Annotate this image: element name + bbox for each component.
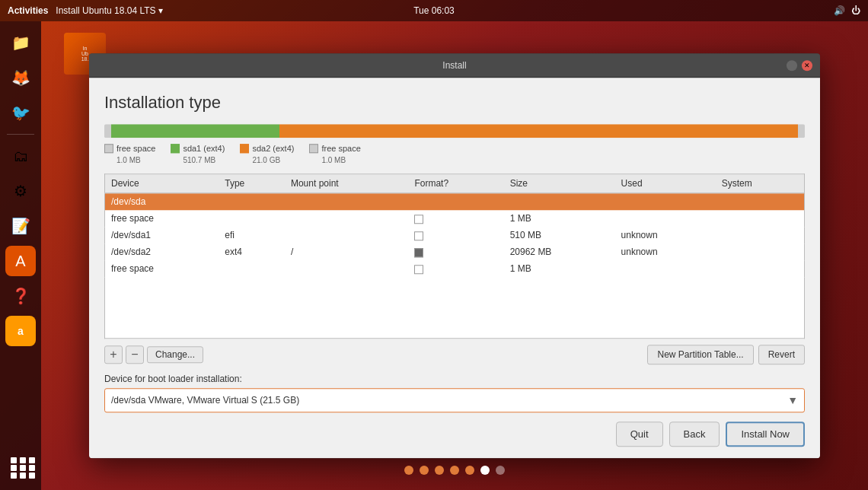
- cell-used: unknown: [615, 243, 716, 260]
- legend-sub-free2: 1.0 MB: [321, 156, 346, 164]
- table-row[interactable]: free space 1 MB: [105, 210, 805, 227]
- cell-size: 1 MB: [504, 210, 615, 227]
- sidebar-bottom: [5, 452, 36, 482]
- progress-dot-6: [480, 466, 490, 475]
- cell-mount: [285, 227, 408, 243]
- cell-size: 510 MB: [504, 227, 615, 243]
- cell-device: /dev/sda1: [105, 227, 219, 243]
- format-checkbox[interactable]: [414, 248, 423, 257]
- change-button[interactable]: Change...: [147, 346, 203, 363]
- table-row[interactable]: free space 1 MB: [105, 260, 805, 277]
- topbar-window-title[interactable]: Install Ubuntu 18.04 LTS ▾: [56, 5, 163, 16]
- col-format: Format?: [408, 174, 503, 193]
- page-title: Installation type: [104, 93, 805, 113]
- cell-format: [408, 227, 503, 243]
- progress-dot-1: [404, 466, 413, 475]
- format-checkbox[interactable]: [414, 231, 423, 240]
- nav-buttons: Quit Back Install Now: [104, 422, 805, 447]
- cell-mount: [285, 210, 408, 227]
- table-actions: + − Change... New Partition Table... Rev…: [104, 345, 805, 364]
- legend-free-left: free space 1.0 MB: [104, 144, 155, 164]
- legend-free-right: free space 1.0 MB: [309, 144, 360, 164]
- cell-mount: [285, 193, 408, 211]
- sidebar-icon-files2[interactable]: 🗂: [5, 141, 36, 171]
- col-used: Used: [615, 174, 716, 193]
- cell-format: [408, 260, 503, 277]
- install-now-button[interactable]: Install Now: [726, 422, 805, 447]
- col-system: System: [716, 174, 805, 193]
- minimize-button[interactable]: [787, 60, 797, 71]
- cell-format: [408, 193, 503, 211]
- sidebar-divider: [7, 134, 34, 135]
- sidebar-icon-help[interactable]: ❓: [5, 281, 36, 311]
- table-header-row: Device Type Mount point Format? Size Use…: [105, 174, 805, 193]
- progress-dot-4: [450, 466, 459, 475]
- legend-box-sda2: [240, 144, 249, 153]
- cell-device: /dev/sda2: [105, 243, 219, 260]
- sidebar-icon-files[interactable]: 📁: [5, 27, 36, 58]
- sidebar-icon-writer[interactable]: 📝: [5, 211, 36, 241]
- partition-free-right: [798, 124, 805, 138]
- col-size: Size: [504, 174, 615, 193]
- format-checkbox[interactable]: [414, 215, 423, 224]
- app-grid-button[interactable]: [5, 452, 36, 482]
- new-partition-table-button[interactable]: New Partition Table...: [647, 345, 753, 364]
- volume-icon[interactable]: 🔊: [834, 5, 845, 16]
- cell-system: [716, 243, 805, 260]
- sidebar-icon-settings[interactable]: ⚙: [5, 176, 36, 206]
- sidebar-icon-amazon[interactable]: a: [5, 316, 36, 346]
- legend-label-sda2: sda2 (ext4): [252, 144, 294, 153]
- cell-type: ext4: [219, 243, 285, 260]
- bootloader-select[interactable]: /dev/sda VMware, VMware Virtual S (21.5 …: [104, 388, 805, 412]
- sidebar-icon-thunderbird[interactable]: 🐦: [5, 97, 36, 128]
- quit-button[interactable]: Quit: [616, 422, 663, 447]
- window-body: Installation type free space 1.0 MB sda1…: [89, 78, 820, 458]
- progress-dot-3: [435, 466, 444, 475]
- activities-button[interactable]: Activities: [8, 5, 48, 16]
- legend-box-free2: [309, 144, 318, 153]
- cell-type: efi: [219, 227, 285, 243]
- add-partition-button[interactable]: +: [104, 345, 123, 364]
- legend-sub-sda2: 21.0 GB: [252, 156, 280, 164]
- partition-bar: [104, 124, 805, 138]
- cell-format: [408, 210, 503, 227]
- desktop: InUb18. Install ✕ Installation type: [41, 21, 868, 490]
- cell-device: /dev/sda: [105, 193, 219, 211]
- col-type: Type: [219, 174, 285, 193]
- format-checkbox[interactable]: [414, 265, 423, 274]
- partition-legend: free space 1.0 MB sda1 (ext4) 510.7 MB s…: [104, 144, 805, 164]
- sidebar: 📁 🦊 🐦 🗂 ⚙ 📝 A ❓ a: [0, 21, 41, 490]
- clock: Tue 06:03: [413, 5, 455, 16]
- partition-bar-container: free space 1.0 MB sda1 (ext4) 510.7 MB s…: [104, 124, 805, 164]
- partition-action-buttons: + − Change...: [104, 345, 203, 364]
- window-titlebar: Install ✕: [89, 53, 820, 78]
- power-icon[interactable]: ⏻: [851, 5, 860, 16]
- legend-label-free2: free space: [321, 144, 360, 153]
- legend-label-free: free space: [116, 144, 155, 153]
- table-row[interactable]: /dev/sda1 efi 510 MB unknown: [105, 227, 805, 243]
- install-window: Install ✕ Installation type free space: [89, 53, 820, 458]
- progress-dot-5: [465, 466, 474, 475]
- cell-mount: [285, 260, 408, 277]
- bootloader-label: Device for boot loader installation:: [104, 374, 805, 384]
- table-row[interactable]: /dev/sda: [105, 193, 805, 211]
- sidebar-icon-firefox[interactable]: 🦊: [5, 62, 36, 93]
- close-button[interactable]: ✕: [802, 60, 812, 71]
- cell-size: [504, 193, 615, 211]
- cell-format: [408, 243, 503, 260]
- revert-button[interactable]: Revert: [758, 345, 805, 364]
- bootloader-value: /dev/sda VMware, VMware Virtual S (21.5 …: [111, 395, 299, 406]
- cell-mount: /: [285, 243, 408, 260]
- cell-device: free space: [105, 260, 219, 277]
- partition-free-left: [104, 124, 111, 138]
- table-row[interactable]: /dev/sda2 ext4 / 20962 MB unknown: [105, 243, 805, 260]
- right-action-buttons: New Partition Table... Revert: [647, 345, 805, 364]
- col-mount: Mount point: [285, 174, 408, 193]
- cell-type: [219, 210, 285, 227]
- sidebar-icon-appstore[interactable]: A: [5, 246, 36, 276]
- cell-system: [716, 193, 805, 211]
- cell-system: [716, 260, 805, 277]
- back-button[interactable]: Back: [669, 422, 720, 447]
- remove-partition-button[interactable]: −: [126, 345, 144, 364]
- partition-sda2: [279, 124, 798, 138]
